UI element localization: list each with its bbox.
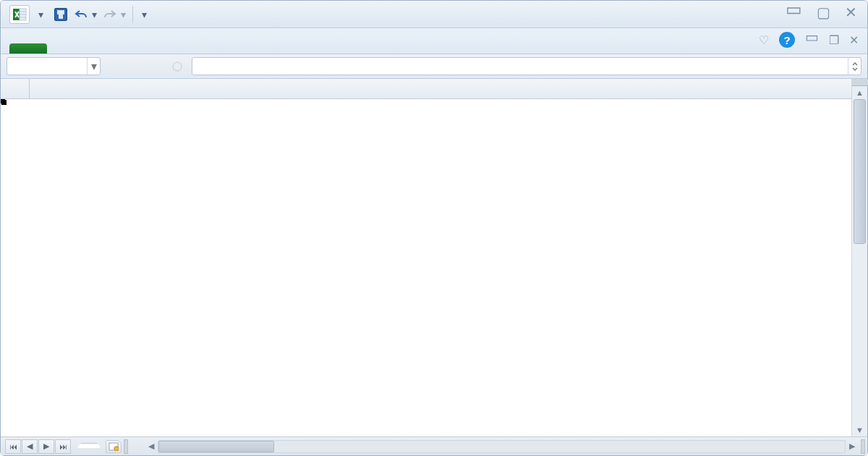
redo-button[interactable] bbox=[101, 6, 119, 23]
workbook-minimize-button[interactable]: ▭ bbox=[805, 28, 819, 46]
tab-home[interactable] bbox=[47, 43, 82, 54]
window-controls: ▭ ▢ ✕ bbox=[786, 5, 857, 20]
undo-button[interactable] bbox=[72, 6, 90, 23]
help-button[interactable]: ? bbox=[779, 32, 795, 48]
workbook-restore-button[interactable]: ❐ bbox=[829, 33, 839, 47]
tab-formulas[interactable] bbox=[151, 43, 186, 54]
tab-view[interactable] bbox=[255, 43, 290, 54]
sheet-nav-last[interactable]: ⏭ bbox=[55, 439, 71, 454]
maximize-button[interactable]: ▢ bbox=[817, 5, 830, 20]
save-icon bbox=[54, 8, 67, 21]
worksheet-area: ▲ ▼ bbox=[1, 79, 867, 436]
tab-review[interactable] bbox=[221, 43, 255, 54]
excel-logo-button[interactable] bbox=[9, 5, 30, 24]
app-window: ▾ ▾ ▾ ▾ ▭ ▢ ✕ ♡ ? bbox=[0, 0, 868, 456]
tab-scroll-divider[interactable] bbox=[124, 439, 128, 454]
sheet-nav-next[interactable]: ▶ bbox=[38, 439, 54, 454]
save-button[interactable] bbox=[51, 6, 70, 23]
name-box-dropdown[interactable]: ▾ bbox=[87, 58, 100, 75]
file-tab[interactable] bbox=[9, 43, 47, 54]
minimize-button[interactable]: ▭ bbox=[786, 2, 802, 17]
svg-point-7 bbox=[114, 446, 119, 450]
scroll-up-button[interactable]: ▲ bbox=[852, 86, 867, 99]
scroll-right-button[interactable]: ▶ bbox=[846, 442, 859, 451]
cancel-icon[interactable] bbox=[171, 61, 183, 72]
ribbon-tabs: ♡ ? ▭ ❐ ✕ bbox=[1, 28, 867, 54]
formula-input-box[interactable] bbox=[192, 57, 861, 75]
vscroll-thumb[interactable] bbox=[854, 99, 866, 244]
hscroll-thumb[interactable] bbox=[158, 441, 274, 452]
horizontal-scrollbar[interactable]: ◀ ▶ bbox=[145, 440, 859, 453]
select-all-corner[interactable] bbox=[1, 79, 30, 98]
close-button[interactable]: ✕ bbox=[845, 5, 857, 20]
formula-bar: ▾ bbox=[1, 54, 867, 79]
formula-expand[interactable] bbox=[848, 58, 861, 75]
sheet-tab-bar: ⏮ ◀ ▶ ⏭ ◀ ▶ bbox=[1, 436, 867, 455]
qat-dropdown[interactable]: ▾ bbox=[31, 6, 50, 23]
undo-dropdown[interactable]: ▾ bbox=[89, 6, 99, 23]
hsplit-handle-bottom[interactable] bbox=[861, 439, 865, 454]
vertical-scrollbar[interactable]: ▲ ▼ bbox=[851, 79, 867, 436]
title-bar: ▾ ▾ ▾ ▾ ▭ ▢ ✕ bbox=[1, 1, 867, 28]
quick-access-toolbar: ▾ ▾ ▾ ▾ bbox=[1, 5, 151, 24]
svg-point-5 bbox=[173, 62, 182, 71]
tab-data[interactable] bbox=[186, 43, 221, 54]
scroll-left-button[interactable]: ◀ bbox=[145, 442, 158, 451]
formula-input[interactable] bbox=[192, 59, 848, 74]
column-headers bbox=[1, 79, 851, 99]
sheet-tab-active[interactable] bbox=[77, 443, 101, 448]
ribbon-min-caret[interactable]: ♡ bbox=[759, 33, 769, 47]
new-sheet-button[interactable] bbox=[106, 440, 122, 453]
name-box[interactable]: ▾ bbox=[7, 57, 101, 75]
hsplit-handle[interactable] bbox=[852, 79, 868, 86]
workbook-close-button[interactable]: ✕ bbox=[849, 33, 859, 47]
active-cell-outline bbox=[1, 99, 5, 104]
tab-pagelayout[interactable] bbox=[116, 43, 151, 54]
sheet-nav-prev[interactable]: ◀ bbox=[22, 439, 38, 454]
qat-customize[interactable]: ▾ bbox=[132, 6, 151, 23]
redo-dropdown[interactable]: ▾ bbox=[118, 6, 128, 23]
tab-insert[interactable] bbox=[82, 43, 116, 54]
sheet-nav-first[interactable]: ⏮ bbox=[5, 439, 21, 454]
scroll-down-button[interactable]: ▼ bbox=[852, 423, 867, 436]
